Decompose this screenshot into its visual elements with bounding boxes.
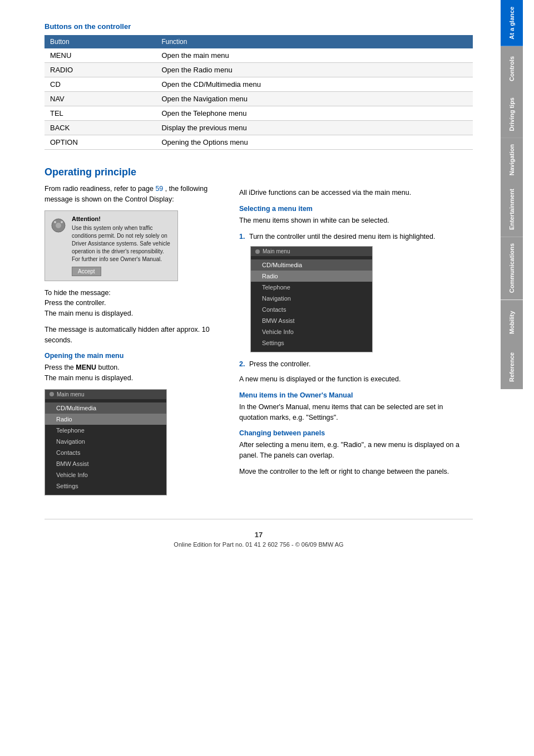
step-1-text: Turn the controller until the desired me… bbox=[249, 233, 435, 240]
screen-item: Contacts bbox=[251, 304, 372, 315]
sidebar-tab-mobility[interactable]: Mobility bbox=[501, 300, 523, 345]
button-function: Open the main menu bbox=[156, 48, 473, 63]
screen-item: Contacts bbox=[45, 447, 166, 458]
button-function: Open the Navigation menu bbox=[156, 92, 473, 106]
sidebar-tab-reference[interactable]: Reference bbox=[501, 345, 523, 389]
sidebar-tab-driving-tips[interactable]: Driving tips bbox=[501, 91, 523, 138]
screen-item: Radio bbox=[45, 414, 166, 425]
screen-item: Telephone bbox=[251, 282, 372, 293]
sidebar-tab-entertainment[interactable]: Entertainment bbox=[501, 182, 523, 237]
table-row: BACKDisplay the previous menu bbox=[44, 121, 473, 135]
button-name: BACK bbox=[44, 121, 156, 135]
screen-item: Settings bbox=[251, 337, 372, 348]
button-name: RADIO bbox=[44, 63, 156, 77]
screen-dot-right bbox=[255, 249, 260, 254]
page-link[interactable]: 59 bbox=[155, 185, 163, 193]
owners-manual-text: In the Owner's Manual, menu items that c… bbox=[239, 402, 473, 423]
sidebar-tab-navigation[interactable]: Navigation bbox=[501, 138, 523, 182]
button-function: Display the previous menu bbox=[156, 121, 473, 135]
open-main-menu-heading: Opening the main menu bbox=[44, 352, 222, 360]
select-menu-item-text: The menu items shown in white can be sel… bbox=[239, 215, 473, 226]
screen-item: Telephone bbox=[45, 425, 166, 436]
screen-item: Settings bbox=[45, 480, 166, 492]
intro-paragraph: From radio readiness, refer to page 59 ,… bbox=[44, 184, 222, 205]
right-column: All iDrive functions can be accessed via… bbox=[239, 166, 473, 502]
button-name: MENU bbox=[44, 48, 156, 63]
button-function: Open the Telephone menu bbox=[156, 106, 473, 121]
select-menu-item-heading: Selecting a menu item bbox=[239, 205, 473, 213]
screen-body-right: CD/MultimediaRadioTelephoneNavigationCon… bbox=[251, 256, 372, 352]
page-footer: 17 Online Edition for Part no. 01 41 2 6… bbox=[44, 519, 473, 553]
attention-box: Attention! Use this system only when tra… bbox=[44, 210, 178, 281]
col-header-button: Button bbox=[44, 35, 156, 48]
main-menu-label-left: Main menu bbox=[57, 391, 84, 397]
step-1: Turn the controller until the desired me… bbox=[239, 232, 473, 242]
screen-item: Radio bbox=[251, 271, 372, 282]
attention-text: Use this system only when traffic condit… bbox=[72, 224, 172, 263]
open-main-menu-text: Press the MENU button. The main menu is … bbox=[44, 362, 222, 384]
button-name: CD bbox=[44, 77, 156, 92]
svg-point-1 bbox=[56, 223, 61, 228]
auto-hide-text: The message is automatically hidden afte… bbox=[44, 325, 222, 346]
sidebar-tab-controls[interactable]: Controls bbox=[501, 46, 523, 91]
page-number: 17 bbox=[44, 531, 473, 539]
screen-dot bbox=[50, 392, 54, 396]
button-name: TEL bbox=[44, 106, 156, 121]
screen-item: Vehicle Info bbox=[45, 469, 166, 480]
buttons-section-title: Buttons on the controller bbox=[44, 22, 473, 31]
operating-principle-heading: Operating principle bbox=[44, 166, 222, 178]
sidebar-tab-communications[interactable]: Communications bbox=[501, 237, 523, 300]
changing-panels-text1: After selecting a menu item, e.g. "Radio… bbox=[239, 440, 473, 461]
step-2-text: Press the controller. bbox=[249, 360, 310, 368]
screen-item: BMW Assist bbox=[251, 315, 372, 326]
changing-panels-text2: Move the controller to the left or right… bbox=[239, 467, 473, 477]
screen-item: Navigation bbox=[45, 436, 166, 447]
button-function: Opening the Options menu bbox=[156, 135, 473, 150]
buttons-table: Button Function MENUOpen the main menuRA… bbox=[44, 35, 473, 150]
screen-header-right: Main menu bbox=[251, 247, 372, 256]
table-row: OPTIONOpening the Options menu bbox=[44, 135, 473, 150]
footer-text: Online Edition for Part no. 01 41 2 602 … bbox=[44, 541, 473, 548]
main-menu-screen-right: Main menu CD/MultimediaRadioTelephoneNav… bbox=[250, 246, 373, 352]
attention-title: Attention! bbox=[72, 215, 172, 222]
right-sidebar: At a glance Controls Driving tips Naviga… bbox=[501, 0, 523, 756]
screen-body-left: CD/MultimediaRadioTelephoneNavigationCon… bbox=[45, 399, 166, 495]
screen-item: Navigation bbox=[251, 293, 372, 304]
accept-button[interactable]: Accept bbox=[72, 267, 101, 276]
left-column: Operating principle From radio readiness… bbox=[44, 166, 222, 502]
svg-point-2 bbox=[54, 221, 56, 223]
button-function: Open the CD/Multimedia menu bbox=[156, 77, 473, 92]
intro-text1: From radio readiness, refer to page bbox=[44, 185, 154, 193]
buttons-section: Buttons on the controller Button Functio… bbox=[44, 22, 473, 150]
svg-point-3 bbox=[61, 221, 63, 223]
table-row: MENUOpen the main menu bbox=[44, 48, 473, 63]
operating-principle-section: Operating principle From radio readiness… bbox=[44, 166, 473, 502]
screen-item: Vehicle Info bbox=[251, 326, 372, 337]
steps-list: Turn the controller until the desired me… bbox=[239, 232, 473, 242]
table-row: NAVOpen the Navigation menu bbox=[44, 92, 473, 106]
button-name: OPTION bbox=[44, 135, 156, 150]
step2-list: Press the controller. bbox=[239, 359, 473, 370]
main-menu-label-right: Main menu bbox=[263, 248, 290, 254]
screen-item: CD/Multimedia bbox=[45, 402, 166, 414]
col-header-function: Function bbox=[156, 35, 473, 48]
step-2: Press the controller. bbox=[239, 359, 473, 370]
table-row: RADIOOpen the Radio menu bbox=[44, 63, 473, 77]
menu-bold: MENU bbox=[76, 364, 96, 371]
button-name: NAV bbox=[44, 92, 156, 106]
screen-item: CD/Multimedia bbox=[251, 259, 372, 271]
main-menu-screen-left: Main menu CD/MultimediaRadioTelephoneNav… bbox=[44, 389, 167, 495]
table-row: CDOpen the CD/Multimedia menu bbox=[44, 77, 473, 92]
changing-panels-heading: Changing between panels bbox=[239, 429, 473, 437]
screen-item: BMW Assist bbox=[45, 458, 166, 469]
owners-manual-heading: Menu items in the Owner's Manual bbox=[239, 391, 473, 399]
step2-result: A new menu is displayed or the function … bbox=[239, 374, 473, 385]
sidebar-tab-at-a-glance[interactable]: At a glance bbox=[501, 0, 523, 46]
hide-message-text: To hide the message: Press the controlle… bbox=[44, 288, 222, 319]
right-col-intro: All iDrive functions can be accessed via… bbox=[239, 188, 473, 198]
table-row: TELOpen the Telephone menu bbox=[44, 106, 473, 121]
controller-icon bbox=[51, 215, 67, 276]
button-function: Open the Radio menu bbox=[156, 63, 473, 77]
screen-header-left: Main menu bbox=[45, 390, 166, 399]
